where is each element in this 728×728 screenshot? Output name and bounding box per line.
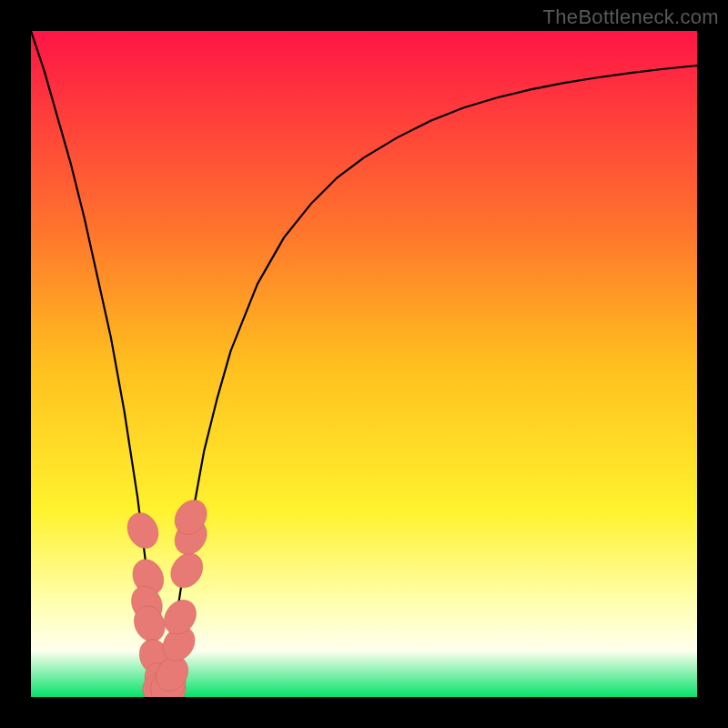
plot-area: [31, 31, 697, 697]
watermark-text: TheBottleneck.com: [543, 5, 719, 29]
bottleneck-curve-chart: [31, 31, 697, 697]
gradient-background: [31, 31, 697, 697]
chart-frame: TheBottleneck.com: [0, 0, 728, 728]
